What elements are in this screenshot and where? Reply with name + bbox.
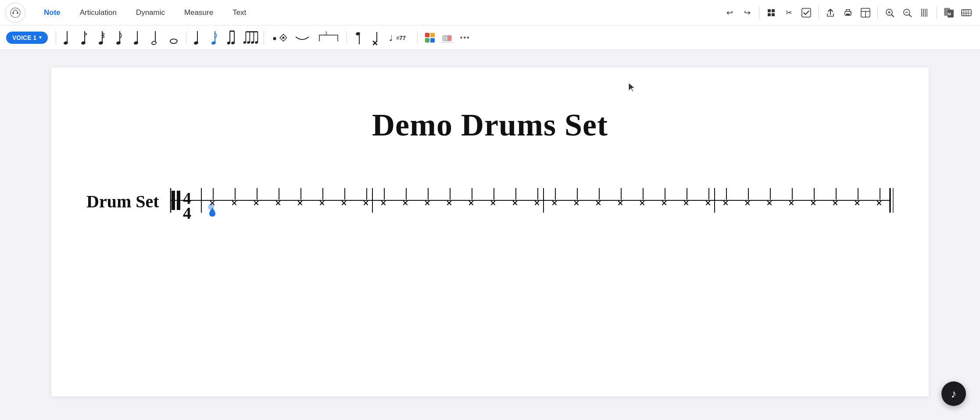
voice-stem-button[interactable] [351,30,367,46]
nav-tabs: Note Articulation Dynamic Measure Text [34,5,256,21]
voice-selector[interactable]: VOICE 1 ▾ [6,32,48,44]
tab-dynamic[interactable]: Dynamic [126,5,175,21]
svg-point-47 [172,40,175,42]
svg-point-39 [99,41,104,45]
score-page: Demo Drums Set Drum Set 4 4 [51,68,929,396]
svg-point-49 [194,41,199,45]
cut-button[interactable]: ✂ [780,4,797,21]
svg-point-10 [850,12,851,13]
svg-rect-4 [772,9,775,12]
tuplet-button[interactable]: 3 [315,30,342,46]
note-8th-button[interactable] [113,30,129,46]
svg-point-0 [11,8,20,18]
print-button[interactable] [840,4,856,21]
svg-text:♩: ♩ [389,34,393,43]
toolbar-sep-1 [56,31,56,44]
note-beam-button[interactable] [226,30,242,46]
svg-point-35 [64,41,68,45]
svg-text:4: 4 [183,204,191,222]
note-toolbar: VOICE 1 ▾ [0,25,980,50]
tab-text[interactable]: Text [223,5,256,21]
color-squares-icon [425,33,435,43]
score-area: Demo Drums Set Drum Set 4 4 [0,50,980,420]
note-beam4-button[interactable] [243,30,259,46]
staff-svg: 4 4 [167,178,895,222]
nav-separator-2 [818,7,819,19]
logo-button[interactable] [5,3,25,23]
toolbar-sep-4 [347,31,347,44]
svg-point-68 [283,36,285,39]
note-16th-button[interactable] [96,30,111,46]
keyboard-button[interactable] [958,4,975,21]
svg-point-66 [273,37,276,40]
svg-rect-9 [846,14,850,15]
check-button[interactable] [798,4,815,21]
voice-label: VOICE 1 [12,34,36,41]
svg-rect-6 [772,13,775,16]
svg-rect-3 [768,9,771,12]
staff-container: Drum Set 4 4 [86,178,929,224]
measure2 [382,188,539,205]
measure1 [211,188,368,205]
color-picker-button[interactable] [422,30,438,46]
note-64th-button[interactable] [61,30,76,46]
svg-point-43 [134,41,139,45]
slur-button[interactable] [291,30,313,46]
tempo-button[interactable]: ♩=77 [386,30,413,46]
svg-rect-5 [768,13,771,16]
note-quarter-solid-button[interactable] [191,30,207,46]
staff-label: Drum Set [86,191,159,212]
svg-point-41 [116,41,121,45]
svg-rect-28 [962,10,971,16]
measure3 [553,188,710,205]
svg-point-51 [211,41,216,45]
layout-button[interactable] [857,4,874,21]
svg-text:=77: =77 [396,35,406,41]
svg-point-71 [356,32,361,36]
add-button[interactable] [763,4,780,21]
svg-point-2 [17,12,18,14]
voice-dropdown-arrow: ▾ [39,35,42,40]
cross-stem-button[interactable] [369,30,385,46]
music-fab-icon: ♪ [951,387,957,401]
svg-point-45 [152,41,157,45]
tab-note[interactable]: Note [34,5,70,21]
more-options-button[interactable]: ••• [457,30,473,46]
nav-separator-3 [877,7,878,19]
note-half-button[interactable] [148,30,164,46]
toolbar-sep-5 [417,31,418,44]
note-quarter-button[interactable] [131,30,147,46]
score-badge-button[interactable]: M [941,4,957,21]
zoom-in-button[interactable] [881,4,898,21]
toolbar-sep-3 [264,31,264,44]
svg-line-15 [892,14,894,17]
svg-point-1 [12,12,14,14]
note-eighth-up-button[interactable] [208,30,224,46]
zoom-out-button[interactable] [899,4,916,21]
share-button[interactable] [822,4,839,21]
eraser-button[interactable] [440,30,455,46]
tab-articulation[interactable]: Articulation [70,5,126,21]
redo-button[interactable]: ↪ [739,4,755,21]
toolbar-sep-2 [186,31,186,44]
note-32nd-button[interactable] [78,30,94,46]
music-fab-button[interactable]: ♪ [941,381,966,406]
nav-right-actions: ↩ ↪ ✂ M [721,4,975,21]
score-title: Demo Drums Set [51,68,929,152]
svg-text:3: 3 [324,32,327,36]
dot-button[interactable] [268,30,290,46]
svg-line-19 [909,14,912,17]
top-nav-bar: Note Articulation Dynamic Measure Text ↩… [0,0,980,25]
nav-separator-4 [937,7,937,19]
svg-text:M: M [948,12,951,16]
svg-point-37 [81,41,86,45]
svg-rect-78 [448,36,451,41]
note-whole-button[interactable] [166,30,182,46]
measure4 [724,188,881,205]
staff-svg-wrapper: 4 4 [167,178,895,224]
metronome-button[interactable] [916,4,933,21]
undo-button[interactable]: ↩ [721,4,738,21]
tab-measure[interactable]: Measure [175,5,223,21]
nav-separator-1 [759,7,759,19]
